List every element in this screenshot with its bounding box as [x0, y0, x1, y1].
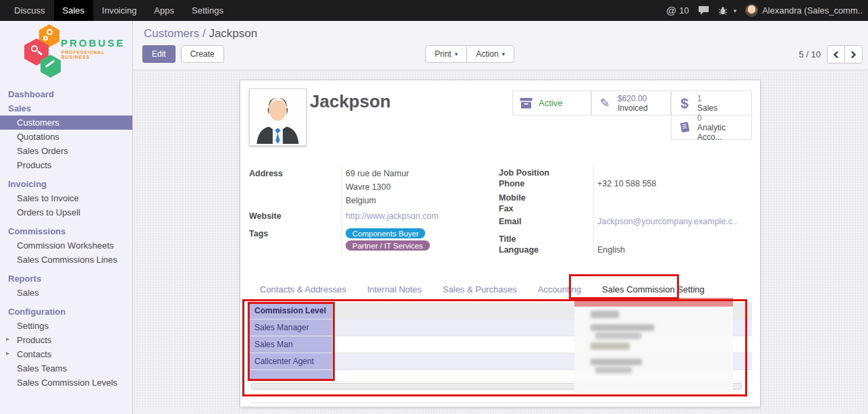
sidebar-item-config-products[interactable]: ▸Products [0, 333, 132, 347]
mention-icon: @ [666, 5, 676, 16]
caret-down-icon: ▾ [455, 51, 458, 57]
pager-previous-button[interactable] [827, 45, 845, 63]
sidebar-nav: Dashboard Sales Customers Quotations Sal… [0, 84, 132, 390]
commission-level-cell: Callcenter Agent [250, 353, 332, 369]
tag-partner-it-services: Partner / IT Services [346, 240, 430, 251]
tag-components-buyer: Components Buyer [346, 228, 425, 238]
breadcrumb-separator: / [202, 27, 209, 40]
sidebar-item-sales-commissions-lines[interactable]: Sales Commissions Lines [0, 253, 132, 267]
sidebar-item-products[interactable]: Products [0, 158, 132, 172]
expand-caret-icon: ▸ [6, 349, 9, 357]
sidebar-item-sales-orders[interactable]: Sales Orders [0, 144, 132, 158]
sidebar-item-reports-sales[interactable]: Sales [0, 286, 132, 300]
address-line-3: Belgium [346, 196, 376, 205]
tab-contacts-addresses[interactable]: Contacts & Addresses [260, 280, 346, 299]
sidebar-item-sales[interactable]: Sales [0, 101, 132, 115]
gear-icon [47, 29, 53, 35]
customer-form-sheet: Jackpson Active ✎ $620.00 Invoiced $ 1 S… [240, 80, 761, 407]
breadcrumb: Customers / Jackpson [144, 27, 257, 41]
address-line-2: Wavre 1300 [346, 182, 391, 192]
commission-level-cell: Sales Man [250, 336, 332, 353]
website-label: Website [249, 211, 281, 221]
sidebar-item-sales-commission-levels[interactable]: Sales Commission Levels [0, 376, 132, 390]
email-label: Email [499, 217, 521, 226]
book-icon [676, 122, 693, 133]
print-button[interactable]: Print▾ [425, 45, 467, 63]
website-link[interactable]: http://www.jackpson.com [346, 211, 439, 221]
user-name: Alexandra (Sales_comm.. [762, 5, 863, 16]
active-stat-button[interactable]: Active [512, 90, 591, 115]
mobile-label: Mobile [499, 193, 526, 203]
menu-invoicing[interactable]: Invoicing [93, 0, 145, 21]
record-title: Jackpson [310, 91, 391, 112]
tab-accounting[interactable]: Accounting [538, 280, 581, 299]
debug-menu[interactable]: ▾ [718, 6, 737, 16]
sidebar-item-dashboard[interactable]: Dashboard [0, 87, 132, 101]
customer-avatar [249, 88, 306, 146]
fax-label: Fax [499, 204, 514, 213]
sidebar-item-config-contacts[interactable]: ▸Contacts [0, 347, 132, 361]
language-value: English [597, 245, 625, 255]
logo-title: PROBUSE [61, 37, 125, 49]
dollar-icon: $ [676, 99, 693, 108]
tab-internal-notes[interactable]: Internal Notes [367, 280, 422, 299]
control-panel: Customers / Jackpson Edit Create Print▾ … [133, 21, 868, 70]
active-status-label: Active [539, 99, 562, 108]
pager-next-button[interactable] [844, 45, 863, 63]
phone-label: Phone [499, 179, 524, 188]
sidebar-item-commission-worksheets[interactable]: Commission Worksheets [0, 238, 132, 253]
menu-discuss[interactable]: Discuss [5, 0, 54, 21]
menu-apps[interactable]: Apps [145, 0, 183, 21]
mention-count: 10 [679, 5, 688, 16]
sidebar-item-customers[interactable]: Customers [0, 115, 132, 130]
mention-counter[interactable]: @ 10 [666, 5, 689, 16]
sidebar: PROBUSE PROFESSIONAL BUSINESS Dashboard … [0, 21, 133, 414]
sidebar-item-quotations[interactable]: Quotations [0, 130, 132, 144]
archive-icon [518, 97, 534, 109]
tags-label: Tags [249, 229, 268, 238]
pager: 5 / 10 [798, 45, 863, 63]
probuse-logo: PROBUSE PROFESSIONAL BUSINESS [0, 21, 132, 84]
menu-settings[interactable]: Settings [183, 0, 232, 21]
user-avatar [745, 4, 758, 17]
sidebar-item-sales-to-invoice[interactable]: Sales to Invoice [0, 191, 132, 205]
sidebar-section-invoicing[interactable]: Invoicing [0, 177, 132, 191]
action-button[interactable]: Action▾ [466, 45, 514, 63]
messages-icon[interactable] [698, 5, 709, 16]
invoiced-stat-button[interactable]: ✎ $620.00 Invoiced [591, 90, 671, 115]
top-menu-bar: Discuss Sales Invoicing Apps Settings @ … [0, 0, 868, 21]
create-button[interactable]: Create [181, 45, 224, 63]
sheet-divider [250, 403, 752, 403]
logo-subtitle: PROFESSIONAL BUSINESS [61, 50, 132, 59]
email-link[interactable]: Jackpson@yourcompany.example.c.. [597, 217, 737, 226]
notebook-tabs: Contacts & Addresses Internal Notes Sale… [260, 280, 705, 299]
gear-small-icon [43, 36, 48, 41]
tab-sales-commission-setting[interactable]: Sales Commission Setting [602, 280, 705, 299]
redacted-header-bar [574, 298, 733, 307]
sidebar-section-commissions[interactable]: Commissions [0, 224, 132, 238]
address-label: Address [249, 169, 283, 178]
expand-caret-icon: ▸ [6, 335, 9, 342]
sidebar-item-settings[interactable]: Settings [0, 319, 132, 333]
sales-label: Sales [697, 103, 717, 113]
caret-down-icon: ▾ [734, 7, 737, 14]
menu-sales[interactable]: Sales [54, 0, 94, 21]
tab-sales-purchases[interactable]: Sales & Purchases [443, 280, 517, 299]
invoiced-amount: $620.00 [618, 94, 648, 103]
sidebar-section-reports[interactable]: Reports [0, 271, 132, 286]
analytic-stat-button[interactable]: 0 Analytic Acco... [671, 115, 752, 140]
sidebar-item-orders-to-upsell[interactable]: Orders to Upsell [0, 205, 132, 219]
user-menu[interactable]: Alexandra (Sales_comm.. [745, 4, 863, 17]
edit-button[interactable]: Edit [142, 45, 175, 63]
address-line-1: 69 rue de Namur [346, 169, 409, 178]
pager-text: 5 / 10 [798, 49, 821, 59]
sales-stat-button[interactable]: $ 1 Sales [671, 90, 752, 115]
breadcrumb-customers-link[interactable]: Customers [144, 27, 199, 40]
invoiced-label: Invoiced [618, 103, 648, 113]
sidebar-section-configuration[interactable]: Configuration [0, 305, 132, 319]
commission-level-cell: Sales Manager [250, 319, 332, 336]
language-label: Language [499, 245, 539, 255]
pencil-icon: ✎ [597, 99, 613, 108]
sidebar-item-sales-teams[interactable]: Sales Teams [0, 361, 132, 376]
job-position-label: Job Position [499, 168, 549, 178]
